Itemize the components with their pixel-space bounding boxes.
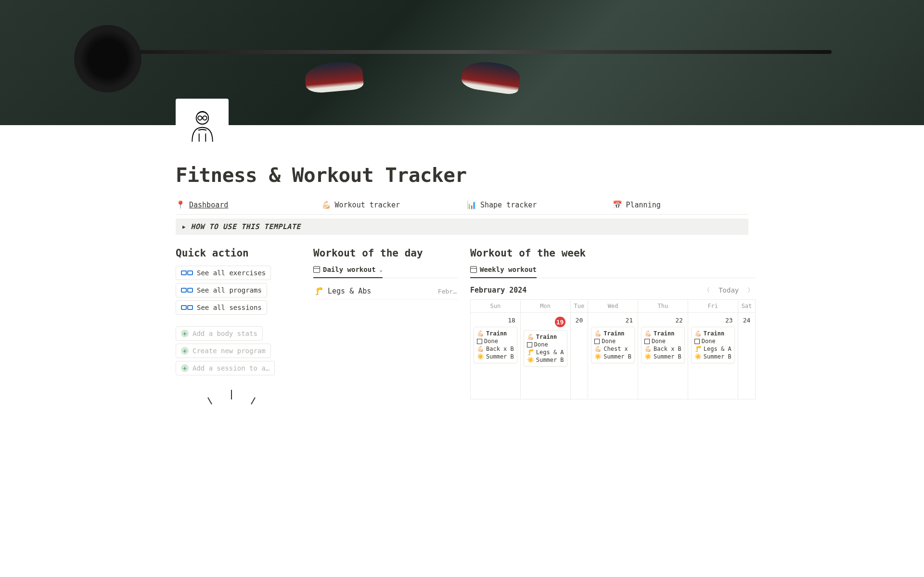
nav-item-planning[interactable]: 📅Planning	[613, 200, 749, 209]
sun-icon: ☀️	[644, 353, 652, 360]
page-title: Fitness & Workout Tracker	[176, 164, 748, 187]
daily-item-date: Febr…	[438, 288, 457, 295]
calendar-prev-button[interactable]: 〈	[702, 285, 712, 295]
nav-item-workout-tracker[interactable]: 💪🏻Workout tracker	[321, 200, 458, 209]
glasses-icon	[181, 305, 193, 310]
calendar-next-button[interactable]: 〉	[745, 285, 756, 295]
leg-icon: 🦵	[314, 287, 323, 295]
detail-icon: 🦵	[527, 349, 534, 356]
calendar-dow: Thu	[638, 300, 688, 313]
training-event-card[interactable]: 💪🏻Trainn Done 🦵Legs & A ☀️Summer B	[691, 327, 735, 363]
checkbox-icon[interactable]	[694, 339, 700, 344]
calendar-date-number: 18	[474, 316, 517, 325]
calendar-date-number: 23	[691, 316, 735, 325]
calendar-cell[interactable]: 20	[571, 313, 589, 399]
detail-icon: 💪🏻	[477, 346, 484, 352]
cover-image	[0, 0, 924, 125]
svg-point-2	[203, 115, 207, 120]
muscle-icon: 💪🏻	[694, 330, 702, 337]
checkbox-icon[interactable]	[644, 339, 650, 344]
detail-icon: 🦵	[694, 346, 702, 352]
calendar-icon	[313, 266, 320, 273]
plus-icon: +	[181, 347, 189, 355]
daily-workout-view-tab[interactable]: Daily workout ⌄	[313, 266, 383, 278]
calendar-dow: Mon	[521, 300, 571, 313]
quick-action-create-new-program[interactable]: +Create new program	[176, 344, 271, 358]
chevron-down-icon: ⌄	[380, 267, 383, 272]
sun-icon: ☀️	[477, 353, 484, 360]
nav-icon: 💪🏻	[321, 200, 331, 209]
calendar-icon	[470, 266, 477, 273]
nav-icon: 📊	[467, 200, 476, 209]
calendar-date-number: 21	[591, 316, 635, 325]
calendar-dow: Fri	[688, 300, 738, 313]
decorative-sketch	[176, 390, 301, 409]
muscle-icon: 💪🏻	[594, 330, 602, 337]
svg-point-1	[198, 115, 202, 120]
weekly-workout-view-tab[interactable]: Weekly workout	[470, 266, 537, 278]
nav-label: Planning	[626, 201, 661, 209]
nav-item-shape-tracker[interactable]: 📊Shape tracker	[467, 200, 603, 209]
sun-icon: ☀️	[527, 357, 534, 363]
calendar-date-number: 19	[524, 316, 567, 328]
how-to-use-callout[interactable]: ▶ HOW TO USE THIS TEMPLATE	[176, 218, 748, 235]
glasses-icon	[181, 270, 193, 275]
calendar-cell[interactable]: 18 💪🏻Trainn Done 💪🏻Back x B ☀️Summer B	[471, 313, 521, 399]
glasses-icon	[181, 288, 193, 293]
workout-day-column: Workout of the day Daily workout ⌄ 🦵 Leg…	[313, 247, 458, 409]
plus-icon: +	[181, 364, 189, 372]
detail-icon: 💪🏻	[594, 346, 602, 352]
toggle-icon: ▶	[182, 224, 186, 230]
calendar-month-label: February 2024	[470, 286, 526, 295]
calendar-cell[interactable]: 23 💪🏻Trainn Done 🦵Legs & A ☀️Summer B	[688, 313, 738, 399]
quick-action-heading: Quick action	[176, 247, 301, 259]
quick-action-see-all-exercises[interactable]: See all exercises	[176, 266, 271, 280]
callout-text: HOW TO USE THIS TEMPLATE	[191, 222, 301, 231]
sun-icon: ☀️	[594, 353, 602, 360]
calendar-today-button[interactable]: Today	[719, 286, 739, 294]
nav-item-dashboard[interactable]: 📍Dashboard	[176, 200, 312, 209]
quick-action-column: Quick action See all exercisesSee all pr…	[176, 247, 301, 409]
nav-icon: 📍	[176, 200, 185, 209]
training-event-card[interactable]: 💪🏻Trainn Done 💪🏻Chest x ☀️Summer B	[591, 327, 635, 363]
sun-icon: ☀️	[694, 353, 702, 360]
training-event-card[interactable]: 💪🏻Trainn Done 💪🏻Back x B ☀️Summer B	[641, 327, 685, 363]
calendar-cell[interactable]: 24	[738, 313, 756, 399]
calendar-cell[interactable]: 21 💪🏻Trainn Done 💪🏻Chest x ☀️Summer B	[588, 313, 638, 399]
nav-label: Dashboard	[189, 201, 228, 209]
quick-action-see-all-programs[interactable]: See all programs	[176, 283, 267, 297]
calendar-dow: Tue	[571, 300, 589, 313]
nav-icon: 📅	[613, 200, 622, 209]
quick-action-see-all-sessions[interactable]: See all sessions	[176, 300, 267, 315]
detail-icon: 💪🏻	[644, 346, 652, 352]
nav-links: 📍Dashboard💪🏻Workout tracker📊Shape tracke…	[176, 200, 748, 215]
training-event-card[interactable]: 💪🏻Trainn Done 🦵Legs & A ☀️Summer B	[524, 330, 567, 367]
quick-action-add-a-session-to-a-[interactable]: +Add a session to a…	[176, 361, 275, 375]
calendar-cell[interactable]: 22 💪🏻Trainn Done 💪🏻Back x B ☀️Summer B	[638, 313, 688, 399]
muscle-icon: 💪🏻	[644, 330, 652, 337]
calendar-date-number: 22	[641, 316, 685, 325]
checkbox-icon[interactable]	[527, 342, 532, 347]
calendar-dow: Sun	[471, 300, 521, 313]
calendar-cell[interactable]: 19 💪🏻Trainn Done 🦵Legs & A ☀️Summer B	[521, 313, 571, 399]
daily-item-title: Legs & Abs	[328, 287, 371, 295]
page-icon[interactable]	[176, 99, 229, 152]
nav-label: Workout tracker	[335, 201, 400, 209]
plus-icon: +	[181, 330, 189, 337]
workout-week-heading: Workout of the week	[470, 247, 756, 259]
training-event-card[interactable]: 💪🏻Trainn Done 💪🏻Back x B ☀️Summer B	[474, 327, 517, 363]
muscle-icon: 💪🏻	[527, 333, 534, 340]
calendar-date-number: 24	[741, 316, 753, 325]
muscle-icon: 💪🏻	[477, 330, 484, 337]
workout-week-column: Workout of the week Weekly workout Febru…	[470, 247, 756, 409]
checkbox-icon[interactable]	[477, 339, 482, 344]
nav-label: Shape tracker	[480, 201, 537, 209]
quick-action-add-a-body-stats[interactable]: +Add a body stats	[176, 326, 263, 341]
workout-day-heading: Workout of the day	[313, 247, 458, 259]
checkbox-icon[interactable]	[594, 339, 600, 344]
calendar-date-number: 20	[574, 316, 585, 325]
calendar-dow: Sat	[738, 300, 756, 313]
calendar-dow: Wed	[588, 300, 638, 313]
daily-workout-item[interactable]: 🦵 Legs & Abs Febr…	[313, 283, 458, 300]
